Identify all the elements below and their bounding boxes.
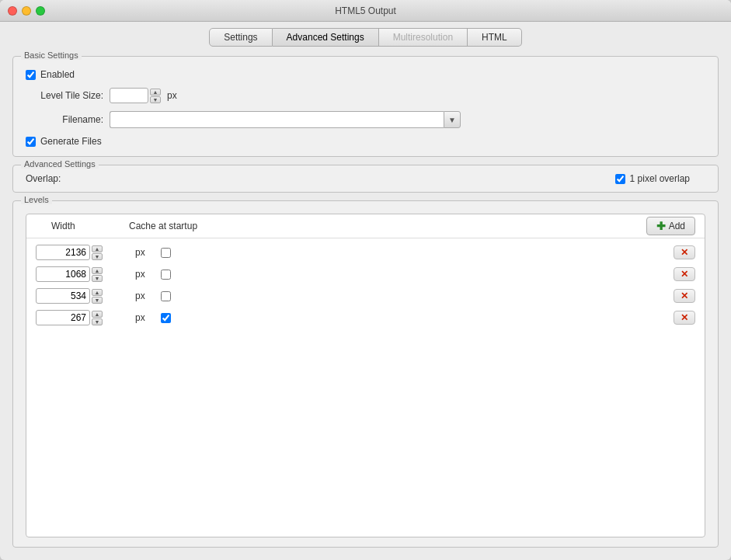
delete-icon-3: ✕ xyxy=(681,312,688,323)
level-up-btn-0[interactable]: ▲ xyxy=(92,245,103,252)
window-controls xyxy=(8,6,45,16)
tile-size-spinner-buttons: ▲ ▼ xyxy=(150,89,161,103)
level-width-input-1[interactable] xyxy=(36,266,90,282)
col-width-header: Width xyxy=(36,221,129,231)
level-px-1: px xyxy=(135,269,155,280)
level-row: ▲ ▼ px ✕ xyxy=(36,310,695,325)
cache-checkbox-1[interactable] xyxy=(161,270,171,280)
maximize-button[interactable] xyxy=(36,6,45,16)
titlebar: HTML5 Output xyxy=(0,0,731,22)
cache-checkbox-0[interactable] xyxy=(161,248,171,258)
level-spinner-buttons-1: ▲ ▼ xyxy=(92,267,103,282)
level-down-btn-0[interactable]: ▼ xyxy=(92,253,103,260)
delete-level-button-3[interactable]: ✕ xyxy=(674,311,695,325)
level-spinner-buttons-3: ▲ ▼ xyxy=(92,311,103,325)
level-row: ▲ ▼ px ✕ xyxy=(36,245,695,260)
basic-settings-section: Basic Settings Enabled Level Tile Size: … xyxy=(12,56,719,157)
tab-settings[interactable]: Settings xyxy=(209,28,272,47)
cache-checkbox-row-0 xyxy=(161,248,285,258)
levels-table: Width Cache at startup ✚ Add xyxy=(26,214,705,537)
delete-level-button-0[interactable]: ✕ xyxy=(674,245,695,259)
filename-select: tiles/c%c_l%r_%y_%x.jpg ▼ xyxy=(110,111,461,128)
tile-size-row: Level Tile Size: 512 ▲ ▼ px xyxy=(26,88,705,103)
levels-inner: Width Cache at startup ✚ Add xyxy=(13,201,718,547)
col-cache-header: Cache at startup xyxy=(129,221,253,231)
cache-checkbox-row-1 xyxy=(161,270,285,280)
advanced-settings-section: Advanced Settings Overlap: 1 pixel overl… xyxy=(12,165,719,193)
tab-html[interactable]: HTML xyxy=(468,28,522,47)
tile-size-spinner: 512 ▲ ▼ xyxy=(110,88,161,103)
tile-size-input[interactable]: 512 xyxy=(110,88,148,103)
levels-section: Levels Width Cache at startup ✚ Add xyxy=(12,200,719,548)
add-icon: ✚ xyxy=(656,220,666,232)
level-width-spinner-1: ▲ ▼ xyxy=(36,266,129,282)
tile-size-label: Level Tile Size: xyxy=(26,90,103,101)
filename-label: Filename: xyxy=(26,114,103,125)
level-down-btn-1[interactable]: ▼ xyxy=(92,275,103,282)
advanced-settings-label: Advanced Settings xyxy=(21,159,99,169)
level-up-btn-2[interactable]: ▲ xyxy=(92,289,103,296)
level-spinner-buttons-2: ▲ ▼ xyxy=(92,289,103,304)
delete-icon-2: ✕ xyxy=(681,290,688,301)
level-width-input-2[interactable] xyxy=(36,288,90,304)
overlap-label: Overlap: xyxy=(26,173,103,184)
enabled-label: Enabled xyxy=(40,69,75,80)
tab-bar: Settings Advanced Settings Multiresoluti… xyxy=(0,22,731,47)
main-content: Basic Settings Enabled Level Tile Size: … xyxy=(0,47,731,560)
tile-size-up-button[interactable]: ▲ xyxy=(150,89,161,96)
level-row: ▲ ▼ px ✕ xyxy=(36,266,695,282)
pixel-overlap-checkbox[interactable] xyxy=(615,174,625,184)
tile-size-unit: px xyxy=(167,90,177,101)
level-down-btn-2[interactable]: ▼ xyxy=(92,297,103,304)
enabled-checkbox[interactable] xyxy=(26,70,36,80)
add-level-button[interactable]: ✚ Add xyxy=(646,217,695,235)
level-width-input-0[interactable] xyxy=(36,245,90,260)
close-button[interactable] xyxy=(8,6,17,16)
overlap-right: 1 pixel overlap xyxy=(615,173,705,184)
delete-level-button-1[interactable]: ✕ xyxy=(674,267,695,281)
tab-multiresolution: Multiresolution xyxy=(379,28,468,47)
basic-settings-label: Basic Settings xyxy=(21,50,82,60)
add-label: Add xyxy=(669,221,685,231)
level-px-2: px xyxy=(135,290,155,301)
tab-advanced-settings[interactable]: Advanced Settings xyxy=(273,28,379,47)
level-up-btn-3[interactable]: ▲ xyxy=(92,311,103,318)
level-width-spinner-3: ▲ ▼ xyxy=(36,310,129,325)
level-row: ▲ ▼ px ✕ xyxy=(36,288,695,304)
filename-input[interactable]: tiles/c%c_l%r_%y_%x.jpg xyxy=(110,111,444,128)
delete-icon-0: ✕ xyxy=(681,247,688,258)
basic-settings-inner: Enabled Level Tile Size: 512 ▲ ▼ px xyxy=(13,57,718,156)
generate-files-row: Generate Files xyxy=(26,136,705,147)
level-width-spinner-2: ▲ ▼ xyxy=(36,288,129,304)
minimize-button[interactable] xyxy=(22,6,31,16)
level-up-btn-1[interactable]: ▲ xyxy=(92,267,103,274)
filename-row: Filename: tiles/c%c_l%r_%y_%x.jpg ▼ xyxy=(26,111,705,128)
level-px-3: px xyxy=(135,312,155,323)
level-spinner-buttons-0: ▲ ▼ xyxy=(92,245,103,260)
enabled-row: Enabled xyxy=(26,69,705,80)
levels-label: Levels xyxy=(21,195,52,204)
main-window: HTML5 Output Settings Advanced Settings … xyxy=(0,0,731,560)
tile-size-down-button[interactable]: ▼ xyxy=(150,96,161,103)
delete-level-button-2[interactable]: ✕ xyxy=(674,289,695,303)
overlap-row: Overlap: 1 pixel overlap xyxy=(13,165,718,192)
delete-icon-1: ✕ xyxy=(681,269,688,280)
cache-checkbox-row-2 xyxy=(161,291,285,301)
window-title: HTML5 Output xyxy=(335,5,396,16)
levels-body: ▲ ▼ px ✕ xyxy=(26,238,705,537)
level-width-input-3[interactable] xyxy=(36,310,90,325)
levels-header: Width Cache at startup ✚ Add xyxy=(26,214,705,238)
level-px-0: px xyxy=(135,247,155,258)
pixel-overlap-label: 1 pixel overlap xyxy=(630,173,690,184)
generate-files-checkbox[interactable] xyxy=(26,137,36,147)
cache-checkbox-3[interactable] xyxy=(161,313,171,323)
cache-checkbox-2[interactable] xyxy=(161,291,171,301)
level-down-btn-3[interactable]: ▼ xyxy=(92,318,103,325)
filename-dropdown-button[interactable]: ▼ xyxy=(444,111,461,128)
level-width-spinner-0: ▲ ▼ xyxy=(36,245,129,260)
generate-files-label: Generate Files xyxy=(40,136,102,147)
cache-checkbox-row-3 xyxy=(161,313,285,323)
